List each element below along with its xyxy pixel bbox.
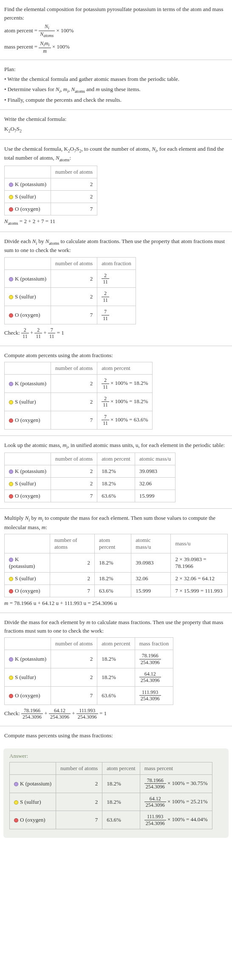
masspct-text: Compute mass percents using the mass fra… [4, 731, 228, 740]
o-dot-icon [9, 207, 13, 212]
blank-header [5, 166, 51, 178]
massfrac-text: Divide the mass for each element by m to… [4, 618, 228, 635]
o-label: O (oxygen) [15, 587, 40, 594]
atomfrac-text: Divide each Ni by Natoms to calculate at… [4, 237, 228, 255]
k-dot-icon [9, 382, 13, 386]
table-row: O (oxygen) 7 711 [5, 306, 136, 324]
s-n: 2 [51, 668, 97, 687]
s-mu: 2 × 32.06 = 64.12 [171, 573, 228, 585]
s-label: S (sulfur) [15, 398, 36, 405]
k-mu: 2 × 39.0983 = 78.1966 [171, 553, 228, 573]
o-dot-icon [9, 694, 13, 698]
answer-label: Answer: [9, 753, 223, 759]
tail: × 100% = 25.21% [166, 798, 208, 805]
table-row: S (sulfur) 2 18.2% 64.12254.3096 × 100% … [10, 793, 212, 811]
check-eq: = 1 [99, 710, 107, 716]
answer-table: number of atoms atom percent mass percen… [9, 762, 212, 829]
table-row: S (sulfur) 2 [5, 190, 97, 203]
num: 78.1966 [139, 653, 161, 659]
k-pct: 211 × 100% = 18.2% [97, 375, 153, 393]
s-dot-icon [9, 400, 13, 404]
o-label: O (oxygen) [15, 692, 40, 699]
o-label: O (oxygen) [20, 817, 45, 823]
k-dot-icon [9, 183, 13, 187]
s-dot-icon [9, 195, 13, 199]
o-label: O (oxygen) [15, 206, 40, 212]
check-label: Check: [4, 330, 21, 336]
pct-header: atom percent [97, 638, 135, 650]
s-p: 18.2% [95, 573, 131, 585]
den: 254.3096 [144, 784, 166, 790]
table-row: K (potassium) 2 18.2% 78.1966254.3096 [5, 650, 173, 668]
o-n: 7 [51, 411, 97, 429]
k-n: 2 [51, 465, 97, 478]
s-count: 2 [51, 190, 97, 203]
intro-section: Find the elemental composition for potas… [0, 0, 232, 60]
k-label: K (potassium) [15, 380, 46, 387]
intro-text: Find the elemental composition for potas… [4, 5, 228, 22]
massmult-section: Multiply Ni by mi to compute the mass fo… [0, 509, 232, 613]
pct-header: atom percent [95, 534, 131, 553]
k-m: 39.0983 [131, 553, 171, 573]
o-dot-icon [9, 313, 13, 318]
k-label: K (potassium) [9, 556, 35, 569]
element-cell: O (oxygen) [5, 203, 51, 215]
k-dot-icon [9, 558, 13, 562]
s-dot-icon [14, 800, 18, 805]
atom-percent-formula: atom percent = Ni Natoms × 100% [4, 23, 228, 39]
k-n: 2 [51, 269, 97, 288]
chemical-formula: K2O7S2 [4, 125, 228, 134]
num: 64.12 [144, 796, 166, 802]
o-n: 7 [51, 686, 97, 705]
formula-heading: Write the chemical formula: [4, 115, 228, 123]
pct-tail: × 100% = 18.2% [109, 398, 148, 404]
pct-header: atom percent [102, 762, 140, 774]
s-m: 32.06 [135, 478, 175, 490]
count-text: Use the chemical formula, K2O7S2, to cou… [4, 145, 228, 163]
s-n: 2 [50, 573, 94, 585]
mass-percent-frac: Nimi m [39, 40, 51, 54]
table-row: K (potassium) 2 18.2% 39.0983 [5, 465, 175, 478]
den: 11 [102, 279, 109, 285]
num: 111.993 [144, 814, 166, 820]
atom-percent-frac: Ni Natoms [39, 23, 55, 39]
massfrac-check: Check: 78.1966254.3096 + 64.12254.3096 +… [4, 708, 228, 720]
table-row: K (potassium) 2 18.2% 39.0983 2 × 39.098… [5, 553, 228, 573]
plan-b3: • Finally, compute the percents and chec… [4, 96, 228, 104]
o-label: O (oxygen) [15, 493, 40, 499]
table-row: K (potassium) 2 211 × 100% = 18.2% [5, 375, 153, 393]
s-pct: 211 × 100% = 18.2% [97, 393, 153, 411]
k-label: K (potassium) [15, 181, 46, 187]
o-dot-icon [9, 589, 13, 593]
pct-header: atom percent [97, 453, 135, 465]
atompct-text: Compute atom percents using the atom fra… [4, 351, 228, 360]
mass-percent-label: mass percent = [4, 43, 39, 50]
atompct-table: number of atoms atom percent K (potassiu… [4, 362, 153, 429]
masspct-section: Compute mass percents using the mass fra… [0, 726, 232, 745]
mass-table: number of atoms atom percent atomic mass… [4, 453, 175, 502]
o-pct: 711 × 100% = 63.6% [97, 411, 153, 429]
table-row: number of atoms atom percent mass fracti… [5, 638, 173, 650]
k-n: 2 [50, 553, 94, 573]
s-label: S (sulfur) [15, 480, 36, 487]
den: 254.3096 [139, 677, 161, 683]
table-row: number of atoms atom percent mass percen… [10, 762, 212, 774]
k-dot-icon [9, 657, 13, 662]
o-mu: 7 × 15.999 = 111.993 [171, 585, 228, 597]
mass-percent-formula: mass percent = Nimi m × 100% [4, 40, 228, 54]
check-label: Check: [4, 710, 21, 716]
atoms-header: number of atoms [51, 638, 97, 650]
o-p: 63.6% [97, 490, 135, 502]
check-eq: = 1 [57, 330, 64, 336]
k-dot-icon [9, 277, 13, 281]
k-label: K (potassium) [15, 275, 46, 282]
den: 254.3096 [139, 659, 161, 665]
num: 78.1966 [144, 777, 166, 784]
num: 2 [102, 290, 109, 297]
s-dot-icon [9, 577, 13, 581]
atom-percent-label: atom percent = [4, 27, 39, 34]
o-p: 63.6% [97, 686, 135, 705]
atoms-header: number of atoms [51, 453, 97, 465]
table-row: O (oxygen) 7 63.6% 15.999 [5, 490, 175, 502]
pct-tail: × 100% = 18.2% [109, 380, 148, 386]
